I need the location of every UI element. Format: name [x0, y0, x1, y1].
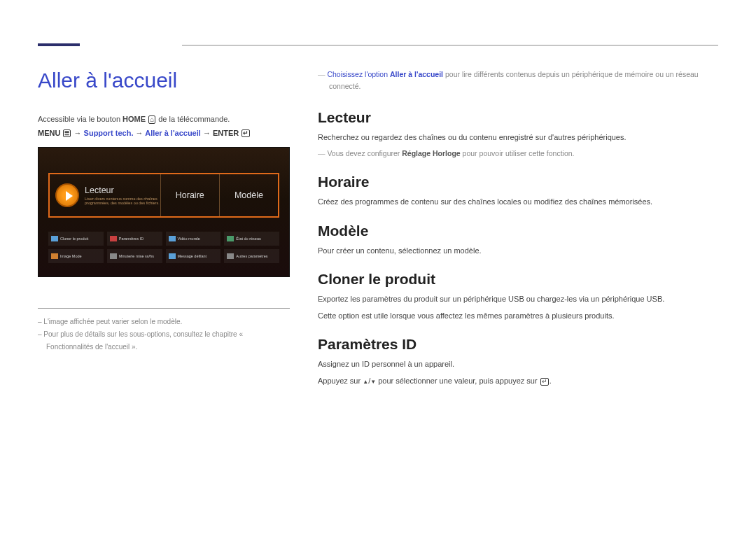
tile-icon: [110, 253, 117, 259]
intro-bold: Aller à l'accueil: [390, 70, 443, 78]
play-icon: [55, 183, 79, 207]
section-lecteur-p: Recherchez ou regardez des chaînes ou du…: [318, 132, 718, 144]
paramid-p2-mid: pour sélectionner une valeur, puis appuy…: [376, 377, 540, 385]
left-column: Aller à l'accueil Accessible via le bout…: [38, 69, 290, 392]
access-post: de la télécommande.: [156, 115, 230, 123]
intro-pre: Choisissez l'option: [327, 70, 390, 78]
section-paramid-p1: Assignez un ID personnel à un appareil.: [318, 358, 718, 371]
triangle-up-icon: [363, 377, 368, 385]
menu-support: Support tech.: [84, 129, 134, 137]
tv-r2-1: Paramètres ID: [119, 237, 144, 241]
home-label: HOME: [122, 115, 146, 123]
enter-icon: [540, 378, 549, 386]
tv-tile-horaire: Horaire: [160, 174, 219, 216]
tile-icon: [51, 236, 58, 241]
tv-small-timer: Minuterie mise ss/hs: [107, 249, 162, 263]
tv-horaire-label: Horaire: [176, 190, 204, 200]
tile-icon: [227, 236, 234, 241]
tv-small-image: Image Mode: [48, 249, 104, 263]
tv-r3-1: Minuterie mise ss/hs: [119, 254, 154, 258]
tv-r3-3: Autres paramètres: [236, 254, 267, 258]
tile-icon: [169, 236, 176, 241]
tv-r3-0: Image Mode: [60, 254, 82, 258]
tv-small-etat: État du réseau: [224, 232, 279, 246]
footnote-2: Pour plus de détails sur les sous-option…: [38, 328, 290, 353]
right-column: Choisissez l'option Aller à l'accueil po…: [318, 69, 718, 392]
tv-row-2: Cloner le produit Paramètres ID Vidéo mu…: [48, 232, 279, 246]
tv-tile-modele: Modèle: [219, 174, 278, 216]
lecteur-note: Vous devez configurer Réglage Horloge po…: [318, 148, 718, 160]
paramid-p2-pre: Appuyez sur: [318, 377, 363, 385]
menu-path: MENU → Support tech. → Aller à l'accueil…: [38, 129, 290, 138]
tv-r2-0: Cloner le produit: [60, 237, 88, 241]
section-cloner-p1: Exportez les paramètres du produit sur u…: [318, 293, 718, 306]
page-content: Aller à l'accueil Accessible via le bout…: [38, 69, 718, 392]
footnote-1: L'image affichée peut varier selon le mo…: [38, 316, 290, 328]
header-accent-bar: [38, 43, 80, 46]
section-cloner-p2: Cette option est utile lorsque vous affe…: [318, 310, 718, 323]
tv-small-video: Vidéo murale: [166, 232, 221, 246]
section-lecteur-h: Lecteur: [318, 109, 718, 126]
section-cloner-h: Cloner le produit: [318, 271, 718, 288]
section-horaire-p: Créez des programmes de contenu sur des …: [318, 196, 718, 209]
tv-lecteur-textblock: Lecteur Lisez divers contenus comme des …: [85, 185, 160, 206]
tv-r2-2: Vidéo murale: [178, 237, 200, 241]
section-paramid-h: Paramètres ID: [318, 336, 718, 353]
tv-small-autres: Autres paramètres: [224, 249, 279, 263]
section-modele-h: Modèle: [318, 223, 718, 239]
menu-aller: Aller à l'accueil: [145, 129, 201, 137]
tile-icon: [227, 253, 234, 259]
tv-screenshot: Lecteur Lisez divers contenus comme des …: [38, 147, 290, 277]
tv-lecteur-sub: Lisez divers contenus comme des chaînes …: [85, 197, 160, 206]
enter-icon: [241, 129, 250, 137]
header-divider: [182, 45, 718, 45]
tile-icon: [110, 236, 117, 241]
menu-label: MENU: [38, 129, 60, 137]
tv-r3-2: Message défilant: [178, 254, 207, 258]
tv-modele-label: Modèle: [234, 190, 263, 200]
lecteur-note-pre: Vous devez configurer: [327, 149, 402, 157]
tv-row-3: Image Mode Minuterie mise ss/hs Message …: [48, 249, 279, 263]
section-modele-p: Pour créer un contenu, sélectionnez un m…: [318, 245, 718, 258]
lecteur-note-post: pour pouvoir utiliser cette fonction.: [461, 149, 575, 157]
menu-icon: [63, 129, 71, 137]
section-paramid-p2: Appuyez sur / pour sélectionner une vale…: [318, 375, 718, 388]
tv-lecteur-label: Lecteur: [85, 185, 160, 195]
page-title: Aller à l'accueil: [38, 69, 290, 92]
tv-small-paramid: Paramètres ID: [107, 232, 162, 246]
tv-r2-3: État du réseau: [236, 237, 261, 241]
tv-small-cloner: Cloner le produit: [48, 232, 104, 246]
tile-icon: [169, 253, 176, 259]
home-icon: [148, 115, 155, 124]
tv-tile-lecteur: Lecteur Lisez divers contenus comme des …: [50, 174, 160, 216]
intro-note: Choisissez l'option Aller à l'accueil po…: [318, 69, 718, 92]
tile-icon: [51, 253, 58, 259]
tv-small-message: Message défilant: [166, 249, 221, 263]
lecteur-note-bold: Réglage Horloge: [402, 149, 460, 157]
enter-label: ENTER: [213, 129, 239, 137]
tv-main-row: Lecteur Lisez divers contenus comme des …: [48, 173, 279, 218]
section-horaire-h: Horaire: [318, 174, 718, 190]
accessible-via-text: Accessible via le bouton HOME de la télé…: [38, 113, 290, 126]
access-pre: Accessible via le bouton: [38, 115, 122, 123]
footnotes: L'image affichée peut varier selon le mo…: [38, 308, 290, 353]
triangle-down-icon: [370, 377, 376, 385]
